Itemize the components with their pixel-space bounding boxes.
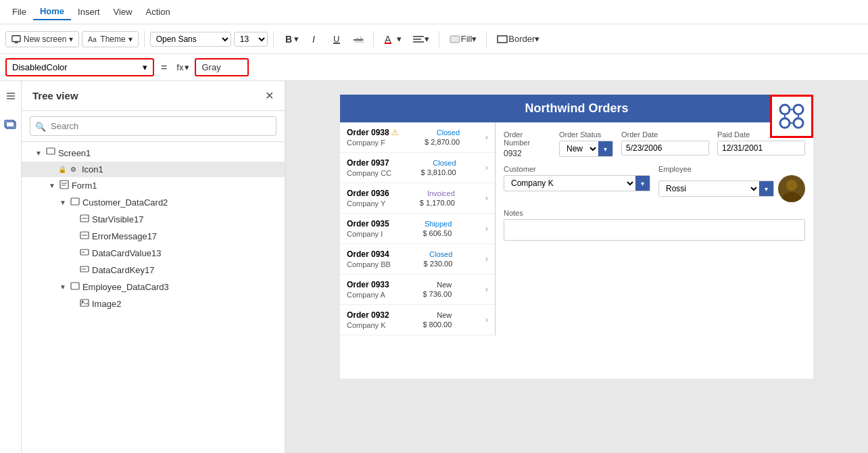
strikethrough-button[interactable]: abc	[349, 31, 368, 47]
chevron-icon: ›	[485, 254, 488, 264]
customer-group: Customer Company K ▾	[504, 165, 650, 202]
formula-name-text: DisabledColor	[12, 62, 68, 72]
tree-item-datacardvalue13[interactable]: ▶ DataCardValue13	[22, 245, 285, 262]
order-date-picker[interactable]: 📅	[621, 141, 709, 156]
expand-arrow-employee: ▼	[59, 283, 66, 291]
formula-bar: DisabledColor ▾ = fx ▾ Gray	[0, 54, 868, 81]
font-select[interactable]: Open Sans	[150, 32, 231, 47]
screen-icon	[46, 147, 55, 159]
order-company: Company CC	[347, 169, 391, 177]
new-screen-button[interactable]: New screen ▾	[5, 31, 79, 47]
formula-value-box[interactable]: Gray	[195, 58, 249, 76]
order-id: Order 0934	[347, 249, 391, 259]
order-item-0938[interactable]: Order 0938 ⚠ Company F Closed $ 2,870.00…	[340, 122, 495, 153]
tree-item-icon1[interactable]: ▶ 🔒 ⚙ Icon1	[22, 162, 285, 177]
key-icon	[80, 264, 89, 276]
font-size-select[interactable]: 13	[234, 32, 268, 47]
tree-close-button[interactable]: ✕	[265, 89, 274, 102]
northwind-detail-form: Order Number 0932 Order Status New ▾	[496, 122, 813, 335]
theme-button[interactable]: Aa Theme ▾	[82, 31, 138, 47]
detail-row-2: Customer Company K ▾ Employee	[504, 165, 805, 202]
customer-select[interactable]: Company K ▾	[504, 175, 650, 191]
order-company: Company K	[347, 321, 389, 329]
tree-item-label: DataCardValue13	[92, 248, 161, 258]
tree-view-title: Tree view	[32, 90, 78, 101]
northwind-header: Northwind Orders	[340, 95, 813, 122]
order-status-dropdown[interactable]: New	[560, 141, 598, 156]
tree-item-image2[interactable]: ▶ Image2	[22, 295, 285, 312]
hamburger-button[interactable]	[1, 87, 20, 108]
fill-button[interactable]: Fill ▾	[445, 31, 481, 47]
order-id: Order 0937	[347, 158, 391, 168]
border-button[interactable]: Border ▾	[492, 31, 544, 47]
employee-dropdown[interactable]: Rossi	[659, 181, 759, 196]
northwind-body: Order 0938 ⚠ Company F Closed $ 2,870.00…	[340, 122, 813, 335]
employee-select[interactable]: Rossi ▾	[658, 181, 774, 197]
connector-icon	[775, 99, 809, 133]
toolbar-separator-3	[373, 31, 374, 47]
order-amount: $ 1,170.00	[420, 199, 455, 207]
menu-view[interactable]: View	[107, 4, 139, 20]
order-item-0936[interactable]: Order 0936 Company Y Invoiced $ 1,170.00…	[340, 183, 495, 214]
toolbar-separator-2	[273, 31, 274, 47]
app-canvas: Northwind Orders Order 0938 ⚠	[340, 95, 813, 379]
layers-button[interactable]	[4, 118, 18, 134]
order-status-select[interactable]: New ▾	[559, 141, 613, 157]
align-button[interactable]: ▾	[408, 31, 433, 47]
image-icon	[80, 298, 89, 310]
font-color-button[interactable]: A ▾	[379, 31, 406, 47]
search-input[interactable]	[30, 116, 276, 136]
order-status: Shipped	[425, 220, 452, 228]
notes-input[interactable]	[504, 219, 805, 241]
paid-date-input[interactable]	[718, 141, 805, 155]
employee-group: Employee Rossi ▾	[658, 165, 805, 202]
order-amount: $ 800.00	[423, 320, 452, 329]
formula-name-box[interactable]: DisabledColor ▾	[5, 58, 154, 76]
chevron-icon: ›	[485, 224, 488, 233]
svg-point-46	[780, 118, 790, 128]
svg-point-44	[780, 105, 790, 114]
customer-dropdown[interactable]: Company K	[504, 176, 635, 191]
bold-icon: B	[283, 34, 294, 45]
svg-point-45	[794, 105, 803, 114]
menu-file[interactable]: File	[5, 4, 33, 20]
menu-insert[interactable]: Insert	[71, 4, 107, 20]
svg-rect-15	[450, 36, 460, 43]
order-item-0932[interactable]: Order 0932 Company K New $ 800.00 ›	[340, 305, 495, 335]
layers-icon	[4, 118, 18, 132]
tree-item-customer-datacard2[interactable]: ▼ Customer_DataCard2	[22, 194, 285, 211]
connector-icon-box[interactable]	[770, 95, 813, 138]
theme-icon: Aa	[88, 34, 97, 44]
bold-button[interactable]: B ▾	[279, 31, 303, 47]
menu-home[interactable]: Home	[33, 3, 71, 20]
tree-item-screen1[interactable]: ▼ Screen1	[22, 145, 285, 162]
tree-item-label: Form1	[72, 181, 97, 191]
menu-action[interactable]: Action	[139, 4, 177, 20]
order-item-0934[interactable]: Order 0934 Company BB Closed $ 230.00 ›	[340, 244, 495, 275]
order-item-0933[interactable]: Order 0933 Company A New $ 736.00 ›	[340, 275, 495, 305]
tree-item-form1[interactable]: ▼ Form1	[22, 177, 285, 194]
order-status: Closed	[433, 159, 456, 167]
tree-search-area: 🔍	[22, 111, 285, 142]
detail-row-1: Order Number 0932 Order Status New ▾	[504, 130, 805, 158]
order-company: Company Y	[347, 199, 389, 208]
tree-item-errormessage17[interactable]: ▶ ErrorMessage17	[22, 228, 285, 245]
tree-items: ▼ Screen1 ▶ 🔒 ⚙ Icon1 ▼ Form1	[22, 142, 285, 453]
order-amount: $ 736.00	[423, 290, 452, 298]
tree-item-datacardkey17[interactable]: ▶ DataCardKey17	[22, 262, 285, 279]
northwind-order-list: Order 0938 ⚠ Company F Closed $ 2,870.00…	[340, 122, 496, 335]
tree-item-starvisible17[interactable]: ▶ StarVisible17	[22, 211, 285, 228]
svg-text:B: B	[285, 34, 292, 45]
order-amount: $ 3,810.00	[421, 168, 456, 176]
paid-date-picker[interactable]: 📅	[717, 141, 805, 156]
tree-item-employee-datacard3[interactable]: ▼ Employee_DataCard3	[22, 279, 285, 295]
tree-item-label: Screen1	[58, 148, 91, 158]
svg-text:U: U	[333, 34, 339, 44]
order-item-0935[interactable]: Order 0935 Company I Shipped $ 606.50 ›	[340, 214, 495, 244]
order-item-0937[interactable]: Order 0937 Company CC Closed $ 3,810.00 …	[340, 153, 495, 183]
italic-button[interactable]: I	[306, 31, 324, 47]
svg-point-47	[794, 118, 803, 128]
order-id: Order 0936	[347, 189, 389, 198]
underline-button[interactable]: U	[327, 31, 346, 47]
order-date-input[interactable]	[622, 141, 709, 155]
